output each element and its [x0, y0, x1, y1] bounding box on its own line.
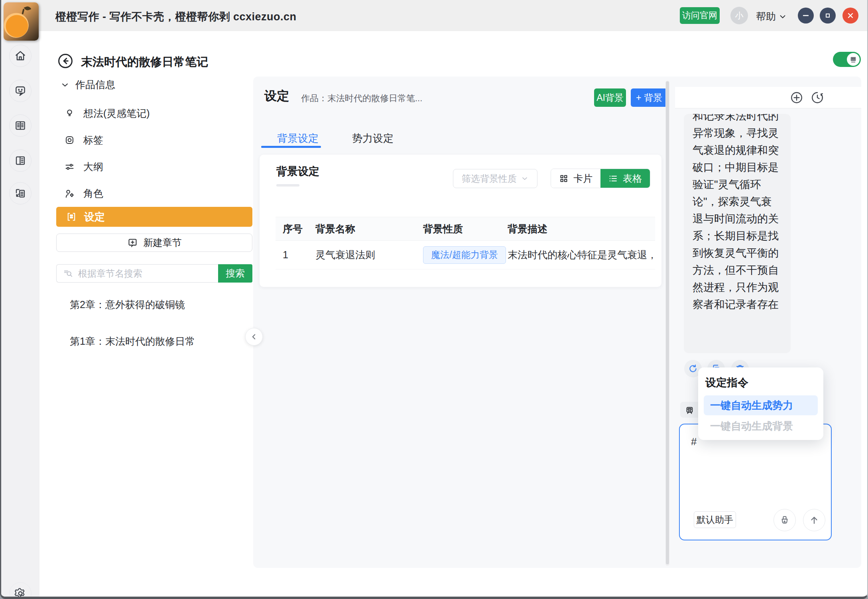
- robot-icon: [684, 405, 695, 415]
- card-title-underline: [276, 184, 299, 187]
- plus-icon: +: [636, 92, 644, 103]
- export-page-icon[interactable]: [9, 182, 31, 204]
- sidebar-item-label: 设定: [84, 210, 105, 224]
- sliders-icon: [63, 161, 75, 172]
- ai-assistant-toggle[interactable]: [833, 52, 861, 67]
- settings-gear-icon[interactable]: [9, 582, 31, 599]
- command-popup-title: 设定指令: [705, 375, 748, 390]
- view-table-button[interactable]: 表格: [600, 169, 650, 188]
- person-gear-icon: [63, 188, 75, 199]
- view-card-label: 卡片: [573, 172, 592, 185]
- section-label: 作品信息: [75, 78, 115, 91]
- menu-item-generate-factions[interactable]: 一键自动生成势力: [704, 395, 818, 415]
- active-tab-underline: [261, 146, 321, 148]
- col-header-name: 背景名称: [315, 222, 423, 236]
- app-window: 橙橙写作 - 写作不卡壳，橙橙帮你剥 ccxiezuo.cn 访问官网 小 帮助: [0, 0, 868, 599]
- close-button[interactable]: [842, 8, 858, 24]
- assistant-message-bubble: 和记录末法时代的异常现象，寻找灵气衰退的规律和突破口；中期目标是验证"灵气循环论…: [684, 114, 791, 353]
- table-header-row: 序号 背景名称 背景性质 背景描述: [276, 217, 655, 241]
- chevron-down-icon: [60, 80, 70, 90]
- sidebar-item-settings[interactable]: 设定: [56, 207, 252, 227]
- sidebar-item-label: 角色: [83, 187, 103, 200]
- title-bar: 橙橙写作 - 写作不卡壳，橙橙帮你剥 ccxiezuo.cn 访问官网 小 帮助: [1, 0, 867, 31]
- background-table: 序号 背景名称 背景性质 背景描述 1 灵气衰退法则 魔法/超能力背景 末法时代…: [276, 217, 655, 269]
- send-arrow-icon[interactable]: [803, 509, 825, 531]
- new-chapter-label: 新建章节: [144, 236, 182, 249]
- ai-background-button[interactable]: AI背景: [594, 88, 626, 107]
- command-popup: 设定指令 一键自动生成势力 一键自动生成背景: [698, 367, 823, 440]
- section-work-info[interactable]: 作品信息: [60, 78, 115, 91]
- chapter-item[interactable]: 第2章：意外获得的破铜镜: [70, 298, 185, 311]
- new-chat-plus-icon[interactable]: [790, 91, 803, 104]
- prompt-input-card: 默认助手: [679, 424, 832, 540]
- left-rail: [1, 31, 39, 599]
- sidebar-item-label: 大纲: [83, 160, 103, 173]
- tag-icon: [63, 135, 75, 145]
- assistant-message-text: 和记录末法时代的异常现象，寻找灵气衰退的规律和突破口；中期目标是验证"灵气循环论…: [693, 114, 782, 313]
- add-comment-icon: [127, 238, 138, 248]
- menu-item-generate-background[interactable]: 一键自动生成背景: [710, 419, 793, 433]
- prompt-input[interactable]: [691, 436, 819, 499]
- default-assistant-chip[interactable]: 默认助手: [694, 511, 736, 528]
- back-button[interactable]: [57, 53, 74, 69]
- search-button[interactable]: 搜索: [218, 264, 252, 283]
- maximize-button[interactable]: [820, 8, 836, 24]
- work-subtitle: 作品：末法时代的散修日常笔...: [301, 92, 422, 104]
- search-filter-icon: [63, 268, 73, 279]
- work-label: 作品：: [301, 93, 327, 103]
- chapter-search-input[interactable]: [78, 268, 190, 279]
- visit-site-button[interactable]: 访问官网: [680, 7, 720, 24]
- card-title: 背景设定: [276, 164, 319, 179]
- chevron-down-icon: [521, 175, 529, 183]
- tab-faction-settings[interactable]: 势力设定: [352, 132, 394, 145]
- view-card-button[interactable]: 卡片: [551, 169, 600, 188]
- grid-icon: [559, 174, 569, 183]
- clear-context-broom-icon[interactable]: [774, 509, 796, 531]
- background-settings-card: 背景设定 筛选背景性质 卡片 表格 序号: [260, 155, 661, 287]
- tab-background-settings[interactable]: 背景设定: [277, 132, 319, 145]
- chapter-search: 搜索: [56, 264, 252, 283]
- help-menu[interactable]: 帮助: [756, 10, 787, 23]
- user-avatar[interactable]: 小: [730, 7, 748, 24]
- sidebar-item-ideas[interactable]: 想法(灵感笔记): [60, 104, 252, 122]
- minimize-button[interactable]: [798, 8, 814, 24]
- assistant-toolbar: [675, 87, 861, 108]
- sidebar-item-label: 标签: [83, 134, 103, 147]
- new-chapter-button[interactable]: 新建章节: [56, 234, 252, 252]
- chapter-item[interactable]: 第1章：末法时代的散修日常: [70, 335, 195, 348]
- home-icon[interactable]: [9, 45, 31, 67]
- cell-desc: 末法时代的核心特征是灵气衰退，: [508, 248, 655, 261]
- work-sidebar: 末法时代的散修日常笔记 作品信息 想法(灵感笔记) 标签 大纲: [39, 31, 253, 599]
- work-title: 末法时代的散修日常笔记: [81, 54, 208, 70]
- robot-face-icon: [847, 53, 860, 66]
- collapse-panel-button[interactable]: [245, 328, 263, 346]
- page-title: 设定: [264, 88, 289, 104]
- vertical-scrollbar: [665, 81, 669, 566]
- chevron-down-icon: [778, 12, 787, 21]
- sidebar-item-outline[interactable]: 大纲: [60, 158, 252, 175]
- help-label: 帮助: [756, 10, 776, 23]
- chapter-search-box[interactable]: [56, 264, 218, 283]
- sidebar-item-tags[interactable]: 标签: [60, 131, 252, 149]
- orange-leaf-icon: [24, 6, 31, 12]
- work-name: 末法时代的散修日常笔...: [327, 93, 422, 103]
- app-title: 橙橙写作 - 写作不卡壳，橙橙帮你剥 ccxiezuo.cn: [55, 10, 297, 24]
- type-badge: 魔法/超能力背景: [423, 246, 506, 264]
- filter-type-select[interactable]: 筛选背景性质: [453, 169, 537, 188]
- col-header-no: 序号: [276, 222, 315, 236]
- table-row[interactable]: 1 灵气衰退法则 魔法/超能力背景 末法时代的核心特征是灵气衰退，: [276, 241, 655, 269]
- orange-stem-icon: [22, 9, 24, 15]
- col-header-type: 背景性质: [423, 222, 508, 236]
- col-header-desc: 背景描述: [508, 222, 655, 236]
- scrollbar-thumb[interactable]: [666, 81, 669, 564]
- sidebar-item-characters[interactable]: 角色: [60, 185, 252, 202]
- settings-grid-icon: [66, 211, 77, 222]
- history-clock-icon[interactable]: [811, 91, 824, 104]
- view-table-label: 表格: [623, 172, 642, 185]
- lightbulb-icon: [63, 108, 75, 119]
- add-background-button[interactable]: + 背景: [631, 88, 667, 107]
- feedback-chat-icon[interactable]: [9, 80, 31, 102]
- filter-placeholder: 筛选背景性质: [462, 173, 517, 185]
- reader-layout-icon[interactable]: [9, 149, 31, 172]
- library-book-icon[interactable]: [9, 114, 31, 137]
